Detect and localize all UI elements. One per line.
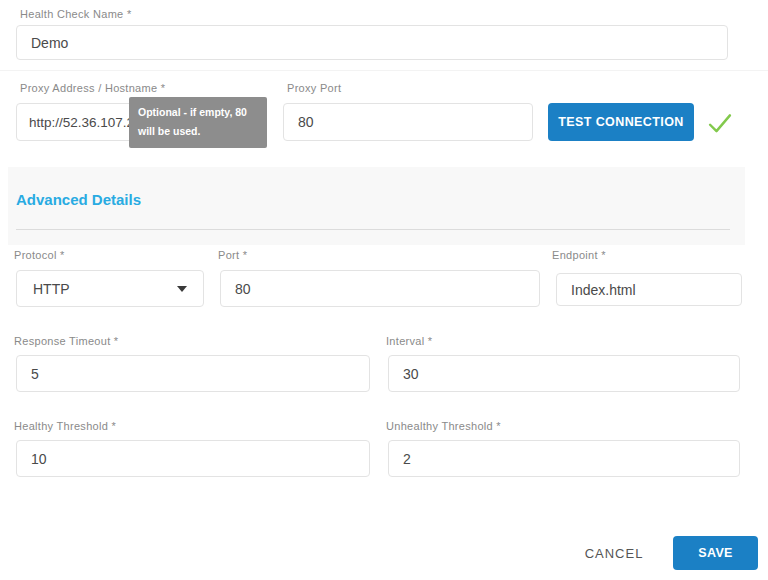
section-divider bbox=[0, 70, 768, 71]
protocol-selected-value: HTTP bbox=[33, 281, 70, 297]
unhealthy-threshold-input[interactable] bbox=[388, 440, 740, 477]
interval-label: Interval * bbox=[386, 335, 432, 347]
proxy-port-input[interactable] bbox=[283, 103, 533, 141]
port-input[interactable] bbox=[220, 270, 540, 307]
unhealthy-threshold-label: Unhealthy Threshold * bbox=[386, 420, 501, 432]
port-label: Port * bbox=[218, 249, 247, 261]
proxy-port-tooltip: Optional - if empty, 80 will be used. bbox=[129, 97, 267, 148]
protocol-select[interactable]: HTTP bbox=[16, 270, 204, 307]
save-button[interactable]: SAVE bbox=[673, 536, 758, 570]
proxy-port-label: Proxy Port bbox=[287, 82, 341, 94]
endpoint-input[interactable] bbox=[556, 273, 742, 306]
protocol-label: Protocol * bbox=[14, 249, 65, 261]
test-connection-button[interactable]: TEST CONNECTION bbox=[548, 103, 694, 141]
health-check-name-input[interactable] bbox=[16, 25, 728, 60]
dropdown-caret-icon bbox=[177, 286, 187, 292]
response-timeout-label: Response Timeout * bbox=[14, 335, 118, 347]
advanced-details-divider bbox=[16, 229, 730, 230]
advanced-details-title: Advanced Details bbox=[16, 191, 141, 208]
healthy-threshold-label: Healthy Threshold * bbox=[14, 420, 116, 432]
advanced-details-panel: Advanced Details bbox=[8, 167, 745, 245]
health-check-name-label: Health Check Name * bbox=[20, 8, 131, 20]
cancel-button[interactable]: CANCEL bbox=[576, 538, 652, 568]
interval-input[interactable] bbox=[388, 355, 740, 392]
healthy-threshold-input[interactable] bbox=[16, 440, 370, 477]
proxy-address-label: Proxy Address / Hostname * bbox=[20, 82, 165, 94]
endpoint-label: Endpoint * bbox=[552, 249, 606, 261]
success-check-icon bbox=[706, 109, 734, 137]
response-timeout-input[interactable] bbox=[16, 355, 370, 392]
